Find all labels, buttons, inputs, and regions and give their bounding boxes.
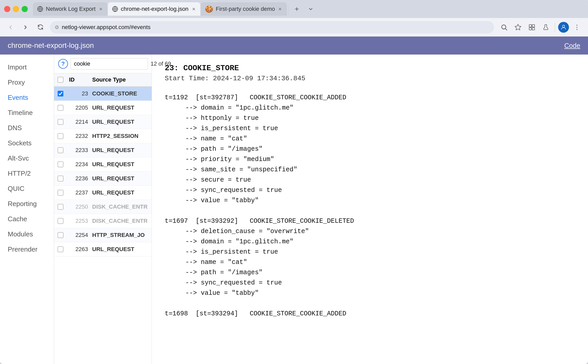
log-field: --> deletion_cause = "overwrite" xyxy=(165,226,575,237)
log-entry-2: t=1697 [st=393292] COOKIE_STORE_COOKIE_D… xyxy=(165,216,575,298)
table-row[interactable]: 23 COOKIE_STORE xyxy=(54,87,152,101)
table-row[interactable]: 2254 HTTP_STREAM_JO xyxy=(54,228,152,242)
menu-button[interactable] xyxy=(571,21,583,33)
row-source: URL_REQUEST xyxy=(90,157,152,171)
sidebar-item-prerender[interactable]: Prerender xyxy=(0,242,54,257)
sidebar-item-modules[interactable]: Modules xyxy=(0,227,54,242)
tab-close-button[interactable]: ✕ xyxy=(98,6,103,12)
tab-cookie[interactable]: 🍪 First-party cookie demo ✕ xyxy=(201,2,287,16)
profile-button[interactable] xyxy=(558,22,569,33)
tab-close-button-3[interactable]: ✕ xyxy=(278,6,283,12)
sidebar-item-reporting[interactable]: Reporting xyxy=(0,196,54,211)
reload-button[interactable] xyxy=(35,22,46,33)
sidebar-item-sockets[interactable]: Sockets xyxy=(0,136,54,151)
sidebar-item-events[interactable]: Events xyxy=(0,90,54,105)
address-bar[interactable]: ⚙ netlog-viewer.appspot.com/#events xyxy=(50,21,494,33)
sidebar-item-quic[interactable]: QUIC xyxy=(0,181,54,196)
svg-point-14 xyxy=(576,27,577,28)
row-checkbox-container xyxy=(54,101,67,114)
row-checkbox[interactable] xyxy=(58,147,63,153)
table-row[interactable]: 2250 DISK_CACHE_ENTR xyxy=(54,200,152,214)
search-button[interactable] xyxy=(498,21,510,33)
tab-json[interactable]: chrome-net-export-log.json ✕ xyxy=(108,2,200,16)
help-button[interactable]: ? xyxy=(58,59,68,69)
row-id: 2214 xyxy=(67,115,90,129)
row-checkbox-container xyxy=(54,200,67,213)
row-checkbox[interactable] xyxy=(58,119,63,125)
row-checkbox[interactable] xyxy=(58,133,63,139)
tab-dropdown-button[interactable] xyxy=(304,2,317,16)
row-checkbox-container xyxy=(54,158,67,171)
table-row[interactable]: 2233 URL_REQUEST xyxy=(54,143,152,157)
row-checkbox[interactable] xyxy=(58,204,63,210)
minimize-button[interactable] xyxy=(13,6,19,12)
sidebar-item-proxy[interactable]: Proxy xyxy=(0,75,54,90)
sidebar: Import Proxy Events Timeline DNS Sockets… xyxy=(0,55,54,364)
forward-button[interactable] xyxy=(20,22,31,33)
row-source: HTTP2_SESSION xyxy=(90,129,152,143)
code-link[interactable]: Code xyxy=(564,42,580,50)
row-checkbox[interactable] xyxy=(58,105,63,111)
search-input[interactable] xyxy=(71,58,148,69)
back-arrow-icon xyxy=(7,24,14,30)
row-source: URL_REQUEST xyxy=(90,172,152,185)
sidebar-item-dns[interactable]: DNS xyxy=(0,120,54,136)
reload-icon xyxy=(37,24,44,31)
tab-network-log[interactable]: Network Log Export ✕ xyxy=(33,2,107,16)
select-all-checkbox[interactable] xyxy=(58,77,63,83)
forward-arrow-icon xyxy=(22,24,29,30)
row-checkbox-container xyxy=(54,186,67,199)
svg-rect-10 xyxy=(532,28,534,30)
close-button[interactable] xyxy=(4,6,10,12)
log-field: --> sync_requested = true xyxy=(165,278,575,288)
table-row[interactable]: 2205 URL_REQUEST xyxy=(54,101,152,115)
sidebar-item-import[interactable]: Import xyxy=(0,60,54,75)
row-checkbox[interactable] xyxy=(58,91,63,96)
table-row[interactable]: 2263 URL_REQUEST xyxy=(54,242,152,256)
log-field: --> value = "tabby" xyxy=(165,196,575,206)
header-check xyxy=(54,77,67,83)
log-field: --> domain = "1pc.glitch.me" xyxy=(165,103,575,113)
row-id: 23 xyxy=(67,87,90,101)
sidebar-item-timeline[interactable]: Timeline xyxy=(0,105,54,120)
table-row[interactable]: 2214 URL_REQUEST xyxy=(54,115,152,129)
sidebar-item-cache[interactable]: Cache xyxy=(0,211,54,227)
row-checkbox[interactable] xyxy=(58,176,63,181)
table-row[interactable]: 2232 HTTP2_SESSION xyxy=(54,129,152,143)
row-checkbox[interactable] xyxy=(58,162,63,167)
new-tab-button[interactable]: + xyxy=(290,2,304,16)
maximize-button[interactable] xyxy=(22,6,28,12)
table-body: 23 COOKIE_STORE 2205 URL_REQUEST 2214 UR… xyxy=(54,87,152,364)
table-row[interactable]: 2234 URL_REQUEST xyxy=(54,157,152,172)
extensions-button[interactable] xyxy=(526,21,538,33)
row-source: COOKIE_STORE xyxy=(90,87,152,101)
table-row[interactable]: 2237 URL_REQUEST xyxy=(54,186,152,200)
sidebar-item-alt-svc[interactable]: Alt-Svc xyxy=(0,151,54,166)
row-checkbox[interactable] xyxy=(58,218,63,224)
row-checkbox[interactable] xyxy=(58,232,63,238)
row-checkbox-container xyxy=(54,229,67,242)
row-checkbox[interactable] xyxy=(58,190,63,196)
title-bar: Network Log Export ✕ chrome-net-export-l… xyxy=(0,0,588,18)
table-row[interactable]: 2236 URL_REQUEST xyxy=(54,172,152,186)
tab-title: Network Log Export xyxy=(46,6,96,12)
tab-divider xyxy=(288,6,289,16)
row-checkbox-container xyxy=(54,116,67,128)
tab-close-button-2[interactable]: ✕ xyxy=(191,6,196,12)
row-id: 2250 xyxy=(67,200,90,214)
svg-rect-8 xyxy=(532,24,534,27)
back-button[interactable] xyxy=(5,22,16,33)
table-header: ID Source Type xyxy=(54,73,152,87)
nav-bar: ⚙ netlog-viewer.appspot.com/#events xyxy=(0,18,588,37)
header-source: Source Type xyxy=(90,76,152,83)
cookie-icon: 🍪 xyxy=(205,5,213,13)
row-checkbox[interactable] xyxy=(58,246,63,252)
chevron-down-icon xyxy=(308,6,314,12)
log-field: --> path = "/images" xyxy=(165,268,575,278)
row-source: HTTP_STREAM_JO xyxy=(90,228,152,242)
table-row[interactable]: 2253 DISK_CACHE_ENTR xyxy=(54,214,152,228)
log-field: --> sync_requested = true xyxy=(165,185,575,196)
bookmark-button[interactable] xyxy=(512,21,524,33)
labs-button[interactable] xyxy=(540,21,552,33)
sidebar-item-http2[interactable]: HTTP/2 xyxy=(0,166,54,181)
